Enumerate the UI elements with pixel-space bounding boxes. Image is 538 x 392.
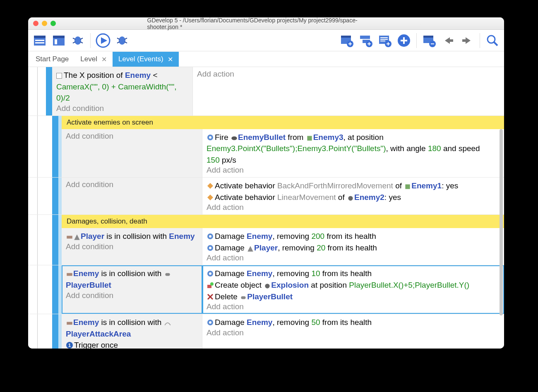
tab-level-events[interactable]: Level (Events)✕ xyxy=(113,52,179,67)
object-ref[interactable]: Player xyxy=(81,232,104,240)
close-tab-icon[interactable]: ✕ xyxy=(101,55,107,63)
add-condition-link[interactable]: Add condition xyxy=(66,291,198,300)
tab-level[interactable]: Level✕ xyxy=(74,52,113,67)
toolbar-separator xyxy=(416,33,417,48)
object-ref[interactable]: Enemy3 xyxy=(313,133,343,142)
titlebar: GDevelop 5 - /Users/florian/Documents/GD… xyxy=(28,17,504,30)
add-condition-link[interactable]: Add condition xyxy=(56,104,188,113)
debug-icon[interactable] xyxy=(70,32,86,49)
number-literal[interactable]: 50 xyxy=(311,318,320,327)
events-list[interactable]: The X position of Enemy < CameraX("", 0)… xyxy=(28,67,504,349)
undo-button[interactable] xyxy=(440,32,456,49)
actions-column[interactable]: Fire EnemyBullet from Enemy3, at positio… xyxy=(202,129,504,178)
expression[interactable]: PlayerBullet.X()+5;PlayerBullet.Y() xyxy=(349,281,469,289)
actions-column[interactable]: Activate behavior BackAndForthMirroredMo… xyxy=(202,178,504,214)
object-ref[interactable]: Enemy xyxy=(247,318,272,327)
object-ref[interactable]: Enemy2 xyxy=(354,193,384,202)
redo-button[interactable] xyxy=(459,32,476,49)
object-ref[interactable]: Enemy xyxy=(247,232,272,240)
add-action-link[interactable]: Add action xyxy=(207,203,500,212)
behavior-name[interactable]: LinearMovement xyxy=(277,193,336,202)
add-condition-link[interactable]: Add condition xyxy=(66,180,198,189)
object-ref[interactable]: Player xyxy=(254,243,278,252)
object-ref[interactable]: PlayerBullet xyxy=(66,281,111,289)
zoom-window-button[interactable] xyxy=(50,21,56,26)
event-row[interactable]: Enemy is in collision with PlayerBullet … xyxy=(28,265,504,314)
object-ref[interactable]: EnemyBullet xyxy=(238,133,286,142)
enemy-icon xyxy=(404,183,411,190)
conditions-column[interactable]: The X position of Enemy < CameraX("", 0)… xyxy=(52,67,193,115)
object-ref[interactable]: PlayerAttackArea xyxy=(66,329,131,338)
number-literal[interactable]: 150 xyxy=(207,156,220,164)
add-other-event-button[interactable] xyxy=(396,32,412,49)
tab-start-page[interactable]: Start Page xyxy=(30,52,74,67)
object-ref[interactable]: PlayerBullet xyxy=(247,292,293,301)
expression[interactable]: Enemy3.PointX("Bullets");Enemy3.PointY("… xyxy=(207,144,386,153)
conditions-column[interactable]: Enemy is in collision with PlayerBullet … xyxy=(62,265,202,314)
object-ref[interactable]: Enemy xyxy=(73,269,99,278)
event-row[interactable]: Player is in collision with Enemy Add co… xyxy=(28,228,504,265)
add-subevent-button[interactable] xyxy=(358,32,374,49)
actions-column[interactable]: Damage Enemy, removing 50 from its healt… xyxy=(202,314,504,349)
group-title[interactable]: Damages, collision, death xyxy=(62,215,504,228)
actions-column[interactable]: Damage Enemy, removing 200 from its heal… xyxy=(202,228,504,265)
add-condition-link[interactable]: Add condition xyxy=(66,132,198,141)
number-literal[interactable]: 10 xyxy=(311,269,320,278)
add-action-link[interactable]: Add action xyxy=(197,70,500,79)
event-handle[interactable] xyxy=(52,215,58,228)
debug-play-button[interactable] xyxy=(114,32,130,49)
event-row[interactable]: The X position of Enemy < CameraX("", 0)… xyxy=(28,67,504,116)
close-window-button[interactable] xyxy=(33,21,38,26)
expression[interactable]: CameraX("", 0) + CameraWidth("", 0)/2 xyxy=(56,81,188,104)
svg-rect-64 xyxy=(70,273,72,276)
svg-point-61 xyxy=(209,247,211,249)
number-literal[interactable]: 200 xyxy=(311,232,324,240)
object-ref[interactable]: Enemy xyxy=(169,232,195,240)
conditions-column[interactable]: Player is in collision with Enemy Add co… xyxy=(62,228,202,265)
properties-panel-button[interactable] xyxy=(50,32,67,49)
actions-column[interactable]: Damage Enemy, removing 10 from its healt… xyxy=(202,265,504,314)
delete-event-button[interactable] xyxy=(421,32,437,49)
minimize-window-button[interactable] xyxy=(42,21,47,26)
add-event-button[interactable] xyxy=(339,32,355,49)
event-handle[interactable] xyxy=(52,314,58,349)
search-button[interactable] xyxy=(484,32,501,49)
event-row[interactable]: Add condition Fire EnemyBullet from Enem… xyxy=(28,129,504,178)
add-action-link[interactable]: Add action xyxy=(207,166,500,175)
condition-text[interactable]: Trigger once xyxy=(74,341,118,349)
event-handle-inner xyxy=(58,265,62,314)
play-button[interactable] xyxy=(95,32,111,49)
behavior-name[interactable]: BackAndForthMirroredMovement xyxy=(277,181,393,190)
add-action-link[interactable]: Add action xyxy=(207,302,500,311)
event-row[interactable]: Enemy is in collision with PlayerAttackA… xyxy=(28,314,504,349)
object-ref[interactable]: Enemy1 xyxy=(411,181,442,190)
vertical-scrollbar[interactable] xyxy=(500,129,503,315)
add-action-link[interactable]: Add action xyxy=(207,328,500,337)
event-handle[interactable] xyxy=(52,265,58,314)
add-comment-button[interactable] xyxy=(377,32,393,49)
event-group-header[interactable]: Activate enemies on screen xyxy=(28,116,504,129)
event-row[interactable]: Add condition Activate behavior BackAndF… xyxy=(28,178,504,215)
conditions-column[interactable]: Add condition xyxy=(62,178,202,214)
group-title[interactable]: Activate enemies on screen xyxy=(62,116,504,129)
object-ref[interactable]: Enemy xyxy=(73,318,99,327)
project-panel-button[interactable] xyxy=(31,32,48,49)
number-literal[interactable]: 180 xyxy=(428,144,441,153)
number-literal[interactable]: 20 xyxy=(317,243,325,252)
object-ref[interactable]: Enemy xyxy=(247,269,272,278)
object-ref[interactable]: Enemy xyxy=(125,71,151,79)
event-handle[interactable] xyxy=(46,67,52,115)
event-handle[interactable] xyxy=(52,228,58,265)
actions-column[interactable]: Add action xyxy=(193,67,504,115)
close-tab-icon[interactable]: ✕ xyxy=(168,55,173,63)
conditions-column[interactable]: Enemy is in collision with PlayerAttackA… xyxy=(62,314,202,349)
conditions-column[interactable]: Add condition xyxy=(62,129,202,178)
event-handle[interactable] xyxy=(52,116,58,129)
add-action-link[interactable]: Add action xyxy=(207,253,500,262)
event-group-header[interactable]: Damages, collision, death xyxy=(28,215,504,228)
event-handle[interactable] xyxy=(52,178,58,214)
svg-text:1: 1 xyxy=(68,343,71,348)
add-condition-link[interactable]: Add condition xyxy=(66,242,198,251)
object-ref[interactable]: Explosion xyxy=(271,281,309,289)
event-handle[interactable] xyxy=(52,129,58,178)
